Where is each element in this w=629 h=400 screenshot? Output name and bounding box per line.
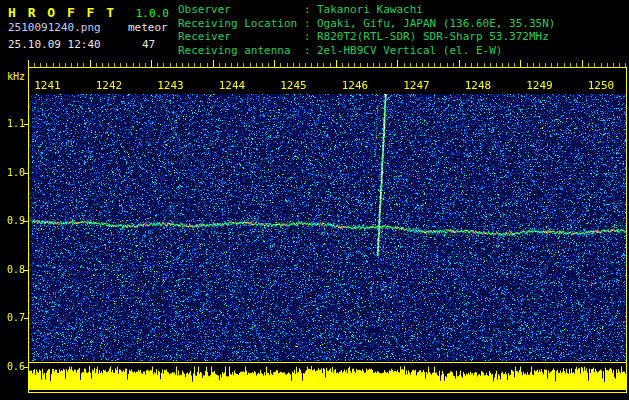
app-title: H R O F F T bbox=[8, 5, 116, 20]
plot-frame-bottom bbox=[28, 392, 627, 393]
signal-level-canvas bbox=[29, 366, 626, 390]
info-label: Receiving antenna bbox=[178, 44, 304, 58]
y-axis-label: 0.8 bbox=[0, 264, 25, 276]
header: H R O F F T 1.0.0 2510091240.png meteor … bbox=[0, 0, 629, 62]
info-label: Receiving Location bbox=[178, 17, 304, 31]
datetime-label: 25.10.09 12:40 bbox=[8, 38, 101, 51]
echo-count: 47 bbox=[142, 38, 155, 51]
plot-frame-top bbox=[28, 67, 627, 68]
hrofft-window: H R O F F T 1.0.0 2510091240.png meteor … bbox=[0, 0, 629, 400]
x-axis-label: 1243 bbox=[157, 79, 184, 92]
info-row-location: Receiving Location:Ogaki, Gifu, JAPAN (1… bbox=[178, 17, 555, 31]
x-axis-label: 1250 bbox=[588, 79, 615, 92]
app-version: 1.0.0 bbox=[136, 7, 169, 20]
info-separator: : bbox=[304, 44, 317, 58]
info-separator: : bbox=[304, 3, 317, 17]
x-axis-label: 1248 bbox=[465, 79, 492, 92]
x-axis-label: 1242 bbox=[96, 79, 123, 92]
x-axis-label: 1247 bbox=[403, 79, 430, 92]
x-axis-label: 1245 bbox=[280, 79, 307, 92]
spectrogram-canvas bbox=[29, 94, 626, 361]
y-axis-label: 0.7 bbox=[0, 312, 25, 324]
info-value: R820T2(RTL-SDR) SDR-Sharp 53.372MHz bbox=[317, 30, 549, 43]
y-axis-label: 0.6 bbox=[0, 361, 25, 373]
y-axis-unit: kHz bbox=[0, 71, 25, 82]
y-axis-label: 1.0 bbox=[0, 167, 25, 179]
x-axis-label: 1241 bbox=[34, 79, 61, 92]
info-value: 2el-HB9CV Vertical (el. E-W) bbox=[317, 44, 502, 57]
station-info: Observer:Takanori Kawachi Receiving Loca… bbox=[178, 3, 555, 57]
mode-label: meteor bbox=[128, 21, 168, 34]
plot-frame-right bbox=[626, 67, 627, 393]
title-row: H R O F F T 1.0.0 bbox=[8, 2, 169, 21]
info-row-receiver: Receiver:R820T2(RTL-SDR) SDR-Sharp 53.37… bbox=[178, 30, 555, 44]
info-value: Ogaki, Gifu, JAPAN (136.60E, 35.35N) bbox=[317, 17, 555, 30]
y-axis-label: 1.1 bbox=[0, 118, 25, 130]
x-axis-label: 1246 bbox=[342, 79, 369, 92]
info-separator: : bbox=[304, 30, 317, 44]
info-label: Receiver bbox=[178, 30, 304, 44]
info-label: Observer bbox=[178, 3, 304, 17]
y-axis-label: 0.9 bbox=[0, 215, 25, 227]
x-axis-label: 1244 bbox=[219, 79, 246, 92]
output-filename: 2510091240.png bbox=[8, 21, 101, 34]
x-axis-label: 1249 bbox=[526, 79, 553, 92]
spectrum-bottom-line bbox=[29, 362, 626, 363]
info-row-antenna: Receiving antenna:2el-HB9CV Vertical (el… bbox=[178, 44, 555, 58]
info-row-observer: Observer:Takanori Kawachi bbox=[178, 3, 555, 17]
info-separator: : bbox=[304, 17, 317, 31]
info-value: Takanori Kawachi bbox=[317, 3, 423, 16]
